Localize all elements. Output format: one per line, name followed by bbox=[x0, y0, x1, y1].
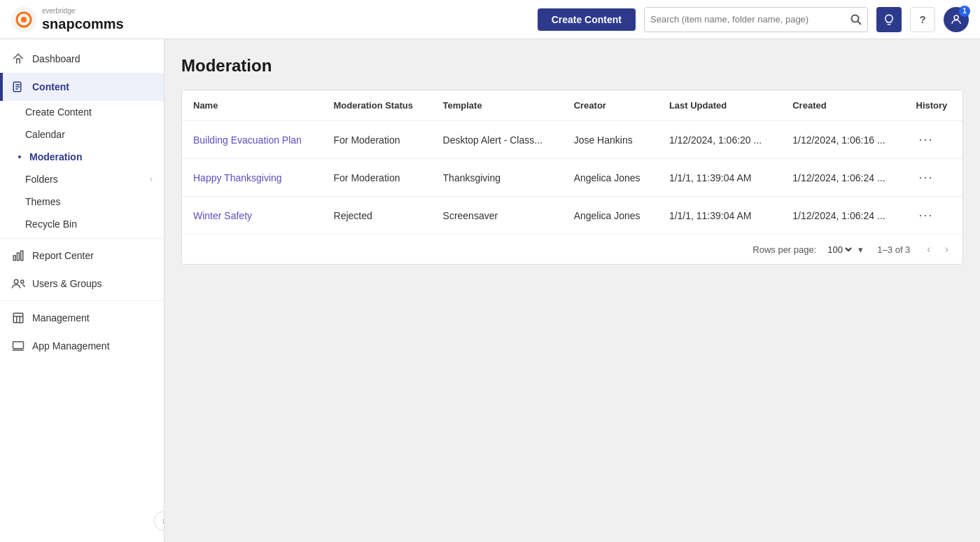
sidebar-item-create-content[interactable]: Create Content bbox=[0, 101, 164, 123]
home-icon bbox=[11, 52, 25, 66]
search-icon bbox=[850, 14, 862, 25]
table-row: Building Evacuation Plan For Moderation … bbox=[182, 121, 962, 159]
svg-rect-14 bbox=[13, 342, 24, 349]
svg-rect-9 bbox=[18, 253, 20, 260]
svg-point-3 bbox=[852, 15, 859, 22]
sidebar-item-folders[interactable]: Folders › bbox=[0, 168, 164, 190]
more-options-button[interactable]: ··· bbox=[916, 131, 937, 148]
sidebar-sub-label: Moderation bbox=[29, 151, 82, 162]
rows-per-page-select[interactable]: 100 50 25 bbox=[825, 244, 854, 256]
cell-creator: Angelica Jones bbox=[563, 159, 658, 197]
table-row: Winter Safety Rejected Screensaver Angel… bbox=[182, 197, 962, 235]
content-link[interactable]: Winter Safety bbox=[193, 210, 252, 221]
lightbulb-icon bbox=[883, 13, 895, 26]
users-icon bbox=[11, 277, 25, 291]
moderation-table-card: Name Moderation Status Template Creator … bbox=[181, 90, 963, 265]
chevron-right-icon: › bbox=[150, 174, 153, 184]
file-icon bbox=[11, 80, 25, 94]
sidebar-item-report-center[interactable]: Report Center bbox=[0, 242, 164, 270]
cell-name: Building Evacuation Plan bbox=[182, 121, 323, 159]
svg-rect-13 bbox=[13, 313, 23, 323]
col-template: Template bbox=[432, 90, 563, 121]
laptop-icon bbox=[11, 339, 25, 353]
logo-text: everbridge snapcomms bbox=[42, 7, 124, 32]
col-created: Created bbox=[781, 90, 904, 121]
chart-icon bbox=[11, 249, 25, 263]
sidebar-content-subnav: Create Content Calendar Moderation Folde… bbox=[0, 101, 164, 235]
logo: everbridge snapcomms bbox=[11, 7, 137, 32]
svg-point-12 bbox=[21, 280, 24, 283]
main-layout: Dashboard Content Create Content bbox=[0, 39, 980, 542]
cell-last-updated: 1/1/1, 11:39:04 AM bbox=[658, 159, 781, 197]
svg-line-4 bbox=[858, 21, 862, 25]
help-button[interactable]: ? bbox=[910, 7, 935, 32]
col-history: History bbox=[905, 90, 962, 121]
cell-last-updated: 1/12/2024, 1:06:20 ... bbox=[658, 121, 781, 159]
sidebar-item-users-groups[interactable]: Users & Groups bbox=[0, 270, 164, 298]
create-content-button[interactable]: Create Content bbox=[538, 8, 636, 31]
sidebar-nav: Dashboard Content Create Content bbox=[0, 39, 164, 542]
rows-per-page-label: Rows per page: bbox=[752, 244, 816, 255]
col-name: Name bbox=[182, 90, 323, 121]
rows-per-page-selector: 100 50 25 ▾ bbox=[825, 244, 863, 256]
more-options-button[interactable]: ··· bbox=[916, 169, 937, 186]
more-options-button[interactable]: ··· bbox=[916, 207, 937, 224]
pagination-info: 1–3 of 3 bbox=[877, 244, 910, 255]
sidebar-item-label: Users & Groups bbox=[32, 278, 102, 289]
user-avatar-button[interactable]: 1 bbox=[944, 7, 969, 32]
sidebar-item-content[interactable]: Content bbox=[0, 73, 164, 101]
cell-moderation-status: For Moderation bbox=[323, 121, 432, 159]
moderation-table: Name Moderation Status Template Creator … bbox=[182, 90, 962, 234]
sidebar-sub-label: Recycle Bin bbox=[25, 218, 77, 230]
cell-history: ··· bbox=[905, 159, 962, 197]
divider bbox=[0, 300, 164, 301]
sidebar-sub-label: Folders bbox=[25, 174, 58, 185]
pagination-next-button[interactable]: › bbox=[942, 242, 951, 257]
sidebar-item-recycle-bin[interactable]: Recycle Bin bbox=[0, 213, 164, 235]
cell-template: Screensaver bbox=[432, 197, 563, 235]
page-title: Moderation bbox=[181, 56, 963, 76]
sidebar-item-label: Management bbox=[32, 312, 90, 324]
cell-name: Winter Safety bbox=[182, 197, 323, 235]
cell-creator: Angelica Jones bbox=[563, 197, 658, 235]
cell-moderation-status: Rejected bbox=[323, 197, 432, 235]
content-link[interactable]: Happy Thanksgiving bbox=[193, 172, 282, 183]
pagination-prev-button[interactable]: ‹ bbox=[924, 242, 933, 257]
sidebar-item-label: App Management bbox=[32, 340, 110, 352]
cell-history: ··· bbox=[905, 121, 962, 159]
cell-created: 1/12/2024, 1:06:24 ... bbox=[781, 197, 904, 235]
user-menu-container: 1 bbox=[944, 7, 969, 32]
svg-point-2 bbox=[21, 17, 27, 22]
sidebar-item-moderation[interactable]: Moderation bbox=[0, 146, 164, 168]
table-header-row: Name Moderation Status Template Creator … bbox=[182, 90, 962, 121]
sidebar-item-label: Dashboard bbox=[32, 53, 80, 64]
cell-created: 1/12/2024, 1:06:16 ... bbox=[781, 121, 904, 159]
col-creator: Creator bbox=[563, 90, 658, 121]
search-input[interactable] bbox=[650, 14, 850, 25]
table-header: Name Moderation Status Template Creator … bbox=[182, 90, 962, 121]
col-last-updated: Last Updated bbox=[658, 90, 781, 121]
cell-created: 1/12/2024, 1:06:24 ... bbox=[781, 159, 904, 197]
content-area: Moderation Name Moderation Status Templa… bbox=[164, 39, 980, 542]
svg-rect-10 bbox=[21, 251, 23, 260]
sidebar-item-label: Report Center bbox=[32, 250, 94, 261]
search-icon-button[interactable] bbox=[850, 14, 862, 25]
logo-icon bbox=[11, 7, 36, 32]
col-moderation-status: Moderation Status bbox=[323, 90, 432, 121]
sidebar-item-themes[interactable]: Themes bbox=[0, 190, 164, 213]
cell-history: ··· bbox=[905, 197, 962, 235]
app-header: everbridge snapcomms Create Content ? 1 bbox=[0, 0, 980, 39]
sidebar: Dashboard Content Create Content bbox=[0, 39, 164, 542]
sidebar-item-calendar[interactable]: Calendar bbox=[0, 123, 164, 146]
lightbulb-button[interactable] bbox=[876, 7, 902, 32]
table-row: Happy Thanksgiving For Moderation Thanks… bbox=[182, 159, 962, 197]
divider bbox=[0, 238, 164, 239]
search-bar bbox=[644, 7, 868, 32]
sidebar-item-dashboard[interactable]: Dashboard bbox=[0, 45, 164, 73]
cell-last-updated: 1/1/1, 11:39:04 AM bbox=[658, 197, 781, 235]
sidebar-item-label: Content bbox=[32, 81, 69, 92]
sidebar-item-app-management[interactable]: App Management bbox=[0, 332, 164, 360]
content-link[interactable]: Building Evacuation Plan bbox=[193, 134, 302, 146]
sidebar-item-management[interactable]: Management bbox=[0, 304, 164, 332]
cell-moderation-status: For Moderation bbox=[323, 159, 432, 197]
